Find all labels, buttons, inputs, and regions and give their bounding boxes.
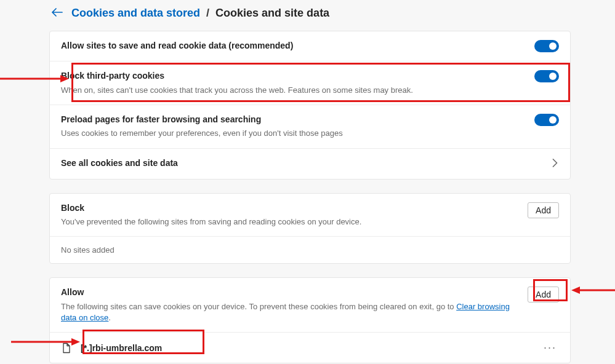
toggle-block-third-party[interactable] bbox=[534, 70, 559, 82]
toggle-preload-pages[interactable] bbox=[534, 114, 559, 126]
breadcrumb-current: Cookies and site data bbox=[215, 7, 329, 20]
more-options-button[interactable]: ··· bbox=[541, 341, 559, 354]
allow-header-row: Allow The following sites can save cooki… bbox=[50, 278, 570, 333]
allow-site-name: [*.]rbi-umbrella.com bbox=[81, 343, 533, 353]
allow-subtitle: The following sites can save cookies on … bbox=[61, 301, 519, 323]
cookie-settings-card: Allow sites to save and read cookie data… bbox=[49, 31, 571, 180]
breadcrumb-parent-link[interactable]: Cookies and data stored bbox=[71, 7, 200, 20]
toggle-allow-save-cookies[interactable] bbox=[534, 40, 559, 52]
block-subtitle: You've prevented the following sites fro… bbox=[61, 216, 519, 228]
breadcrumb-separator: / bbox=[206, 7, 209, 20]
row-allow-save-cookies: Allow sites to save and read cookie data… bbox=[50, 31, 570, 61]
allow-add-button[interactable]: Add bbox=[528, 287, 559, 303]
block-list-card: Block You've prevented the following sit… bbox=[49, 193, 571, 264]
row-preload-pages: Preload pages for faster browsing and se… bbox=[50, 105, 570, 149]
file-icon bbox=[61, 342, 72, 354]
block-add-button[interactable]: Add bbox=[528, 202, 559, 218]
block-empty-state: No sites added bbox=[50, 237, 570, 263]
row-title: Preload pages for faster browsing and se… bbox=[61, 114, 526, 126]
row-block-third-party: Block third-party cookies When on, sites… bbox=[50, 61, 570, 105]
row-subtitle: When on, sites can't use cookies that tr… bbox=[61, 85, 526, 96]
block-title: Block bbox=[61, 202, 519, 215]
row-title: Allow sites to save and read cookie data… bbox=[61, 40, 526, 52]
allow-list-card: Allow The following sites can save cooki… bbox=[49, 277, 571, 363]
back-arrow-icon[interactable] bbox=[49, 6, 65, 20]
row-title: Block third-party cookies bbox=[61, 70, 526, 82]
row-see-all-cookies[interactable]: See all cookies and site data bbox=[50, 149, 570, 179]
breadcrumb: Cookies and data stored / Cookies and si… bbox=[49, 6, 571, 20]
block-header-row: Block You've prevented the following sit… bbox=[50, 194, 570, 237]
row-title: See all cookies and site data bbox=[61, 157, 544, 170]
row-subtitle: Uses cookies to remember your preference… bbox=[61, 128, 526, 139]
allow-site-row: [*.]rbi-umbrella.com ··· bbox=[50, 333, 570, 363]
allow-title: Allow bbox=[61, 287, 519, 299]
chevron-right-icon bbox=[552, 157, 559, 170]
